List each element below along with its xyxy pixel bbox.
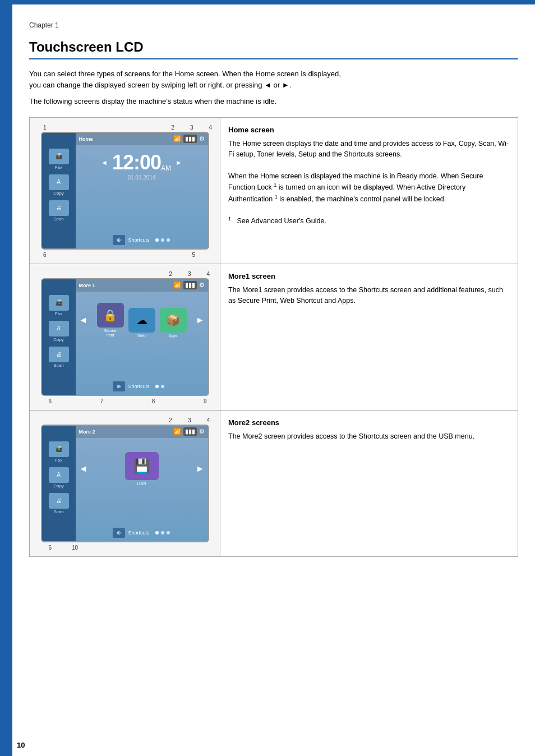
lcd-main-home: Home 📶 ▮▮▮ ⚙ ◄ <box>76 133 208 248</box>
clock-time: 12:00 <box>112 151 161 174</box>
home-screen-desc-title: Home screen <box>228 126 510 134</box>
more1-screen-desc-title: More1 screen <box>228 272 510 280</box>
m1-copy-icon-item: A Copy <box>49 321 69 342</box>
m2-scan-icon-item: 🖨 Scan <box>49 493 69 514</box>
m2-settings-icon: ⚙ <box>199 428 205 435</box>
m1-scan-icon-item: 🖨 Scan <box>49 347 69 368</box>
shortcuts-bar-more2: ⊕ Shortcuts <box>109 528 208 538</box>
callout-4: 4 <box>209 125 212 131</box>
home-screen-lcd-cell: 1 2 3 4 📠 Fax <box>30 117 220 264</box>
shortcuts-icon-home: ⊕ <box>113 235 125 245</box>
nav-arrow-left: ◄ <box>101 159 108 167</box>
wifi-icon: 📶 <box>173 135 181 142</box>
web-icon: ☁ <box>128 308 155 333</box>
dot-3 <box>167 238 170 242</box>
web-item: ☁ Web <box>128 308 155 338</box>
dot-1 <box>155 238 159 242</box>
m1-callout-6: 6 <box>49 398 52 404</box>
m1-wifi-icon: 📶 <box>173 282 181 289</box>
fax-label: Fax <box>55 165 62 170</box>
m2-lcd-top-icons: 📶 ▮▮▮ ⚙ <box>173 427 205 436</box>
more1-screen-desc-cell: More1 screen The More1 screen provides a… <box>220 264 518 410</box>
m2-nav-right: ► <box>196 464 205 474</box>
m1-callout-8: 8 <box>152 398 155 404</box>
m1-callout-2: 2 <box>169 271 172 277</box>
home-lcd-screen: 📠 Fax A Copy 🖨 Scan <box>41 132 209 250</box>
lcd-screen-name-home: Home <box>79 136 93 142</box>
more2-screen-desc-body: The More2 screen provides access to the … <box>228 431 510 442</box>
m2-copy-icon: A <box>49 467 69 483</box>
dot-indicators-more2 <box>155 531 170 534</box>
callout-2: 2 <box>171 125 174 131</box>
shortcuts-bar-more1: ⊕ Shortcuts <box>109 381 208 391</box>
m2-dot-2 <box>161 531 164 534</box>
dot-indicators-home <box>155 238 170 242</box>
m2-lcd-screen-name: More 2 <box>79 429 95 435</box>
m1-copy-label: Copy <box>53 337 64 342</box>
web-label: Web <box>137 334 145 338</box>
lcd-top-bar: Home 📶 ▮▮▮ ⚙ <box>76 133 208 145</box>
m1-settings-icon: ⚙ <box>199 282 205 289</box>
lcd-main-more1: More 1 📶 ▮▮▮ ⚙ ◄ <box>76 279 208 395</box>
more1-screen-desc-body: The More1 screen provides access to the … <box>228 285 510 307</box>
clock-nav: ◄ 12:00 AM ► <box>101 151 182 174</box>
apps-icon: 📦 <box>160 308 187 333</box>
page-number: 10 <box>17 741 25 749</box>
clock-ampm: AM <box>161 164 171 174</box>
shortcuts-label-more2: Shortcuts <box>128 530 150 536</box>
toner-icon: ▮▮▮ <box>183 135 197 143</box>
more2-screen-row: 2 3 4 📠 Fax A <box>30 410 518 556</box>
more2-screen-desc-title: More2 screens <box>228 418 510 427</box>
secure-print-label: SecurePrint <box>104 329 116 338</box>
more2-lcd-screen: 📠 Fax A Copy 🖨 Scan <box>41 425 209 542</box>
screens-table: 1 2 3 4 📠 Fax <box>29 117 518 557</box>
m2-dot-3 <box>167 531 170 534</box>
intro-text-1: You can select three types of screens fo… <box>29 68 518 90</box>
m1-callout-7: 7 <box>100 398 104 404</box>
more1-screen-lcd-cell: 2 3 4 📠 Fax A <box>30 264 220 410</box>
m1-fax-label: Fax <box>55 311 62 316</box>
m2-toner-icon: ▮▮▮ <box>183 427 197 436</box>
blue-sidebar <box>0 0 12 756</box>
m1-scan-label: Scan <box>53 363 63 368</box>
m1-lcd-top-icons: 📶 ▮▮▮ ⚙ <box>173 281 205 289</box>
usb-label: USB <box>137 481 146 486</box>
fax-icon: 📠 <box>49 149 69 164</box>
scan-icon: 🖨 <box>49 200 69 216</box>
m2-scan-label: Scan <box>53 509 63 514</box>
m1-fax-icon-item: 📠 Fax <box>49 295 69 316</box>
home-screen-desc-cell: Home screen The Home screen displays the… <box>220 117 518 264</box>
shortcuts-icon-more1: ⊕ <box>113 381 125 391</box>
shortcuts-label-more1: Shortcuts <box>128 384 150 389</box>
m1-nav-left: ◄ <box>79 315 88 325</box>
clock-area: ◄ 12:00 AM ► 01.01.2014 <box>76 145 208 181</box>
m2-fax-label: Fax <box>55 458 62 463</box>
lcd-main-more2: More 2 📶 ▮▮▮ ⚙ ◄ <box>76 426 208 541</box>
secure-print-icon: 🔒 <box>97 303 124 328</box>
m1-nav-right: ► <box>196 315 205 325</box>
home-screen-row: 1 2 3 4 📠 Fax <box>30 117 518 264</box>
lcd-left-sidebar: 📠 Fax A Copy 🖨 Scan <box>42 133 76 248</box>
m2-fax-icon: 📠 <box>49 441 69 457</box>
settings-icon: ⚙ <box>199 135 205 142</box>
intro-text-2: The following screens display the machin… <box>29 96 518 107</box>
more2-lcd-left-sidebar: 📠 Fax A Copy 🖨 Scan <box>42 426 76 541</box>
lcd-top-icons: 📶 ▮▮▮ ⚙ <box>173 135 205 143</box>
apps-item: 📦 Apps <box>160 308 187 338</box>
m1-dot-1 <box>155 385 159 388</box>
m1-fax-icon: 📠 <box>49 295 69 311</box>
more1-screen-row: 2 3 4 📠 Fax A <box>30 264 518 410</box>
m2-scan-icon: 🖨 <box>49 493 69 509</box>
shortcuts-label-home: Shortcuts <box>128 237 150 243</box>
m1-lcd-screen-name: More 1 <box>79 283 95 288</box>
m2-callout-3: 3 <box>188 417 191 423</box>
scan-icon-item: 🖨 Scan <box>49 200 69 222</box>
m2-fax-icon-item: 📠 Fax <box>49 441 69 463</box>
copy-icon-item: A Copy <box>49 174 69 196</box>
usb-icon: 💾 <box>125 452 159 480</box>
m1-lcd-top-bar: More 1 📶 ▮▮▮ ⚙ <box>76 279 208 292</box>
scan-label: Scan <box>53 216 63 222</box>
more2-screen-desc-cell: More2 screens The More2 screen provides … <box>220 410 518 556</box>
secure-print-item: 🔒 SecurePrint <box>97 303 124 338</box>
fax-icon-item: 📠 Fax <box>49 149 69 170</box>
